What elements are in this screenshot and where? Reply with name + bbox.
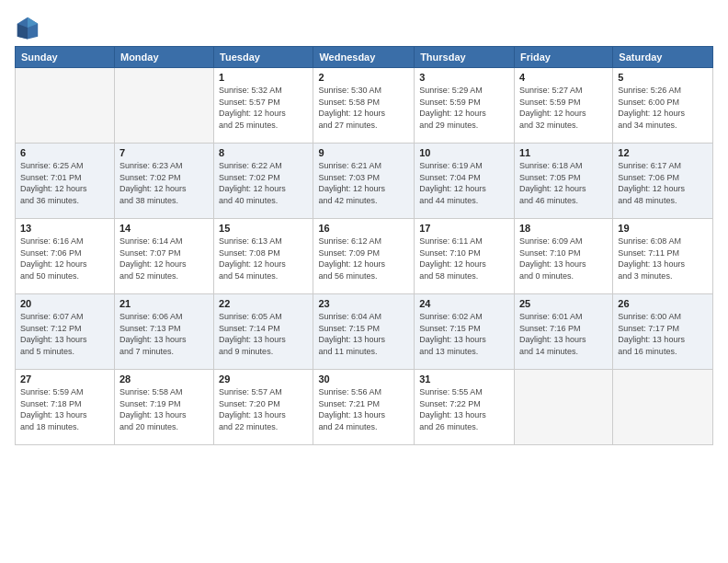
day-number: 10 xyxy=(419,147,509,158)
day-number: 19 xyxy=(618,223,708,234)
day-info: Sunrise: 6:25 AM Sunset: 7:01 PM Dayligh… xyxy=(20,160,109,206)
day-number: 16 xyxy=(318,223,409,234)
day-number: 20 xyxy=(20,298,109,309)
day-info: Sunrise: 6:13 AM Sunset: 7:08 PM Dayligh… xyxy=(219,236,308,282)
calendar-cell: 8Sunrise: 6:22 AM Sunset: 7:02 PM Daylig… xyxy=(214,144,313,219)
day-number: 8 xyxy=(219,147,308,158)
day-info: Sunrise: 6:05 AM Sunset: 7:14 PM Dayligh… xyxy=(219,311,308,357)
week-row-3: 13Sunrise: 6:16 AM Sunset: 7:06 PM Dayli… xyxy=(16,219,713,294)
day-info: Sunrise: 6:00 AM Sunset: 7:17 PM Dayligh… xyxy=(618,311,708,357)
header xyxy=(15,11,713,40)
day-number: 5 xyxy=(618,72,708,83)
day-info: Sunrise: 5:55 AM Sunset: 7:22 PM Dayligh… xyxy=(419,386,509,432)
day-info: Sunrise: 6:01 AM Sunset: 7:16 PM Dayligh… xyxy=(519,311,608,357)
calendar-cell: 26Sunrise: 6:00 AM Sunset: 7:17 PM Dayli… xyxy=(613,294,713,370)
day-number: 25 xyxy=(519,298,608,309)
day-info: Sunrise: 5:32 AM Sunset: 5:57 PM Dayligh… xyxy=(219,85,308,131)
weekday-header-friday: Friday xyxy=(514,47,612,68)
week-row-1: 1Sunrise: 5:32 AM Sunset: 5:57 PM Daylig… xyxy=(16,68,713,144)
calendar-cell: 20Sunrise: 6:07 AM Sunset: 7:12 PM Dayli… xyxy=(16,294,115,370)
calendar-cell: 27Sunrise: 5:59 AM Sunset: 7:18 PM Dayli… xyxy=(16,370,115,445)
calendar-cell: 2Sunrise: 5:30 AM Sunset: 5:58 PM Daylig… xyxy=(313,68,415,144)
day-info: Sunrise: 6:04 AM Sunset: 7:15 PM Dayligh… xyxy=(318,311,409,357)
day-info: Sunrise: 6:16 AM Sunset: 7:06 PM Dayligh… xyxy=(20,236,109,282)
calendar-table: SundayMondayTuesdayWednesdayThursdayFrid… xyxy=(15,46,713,445)
day-number: 23 xyxy=(318,298,409,309)
day-info: Sunrise: 5:29 AM Sunset: 5:59 PM Dayligh… xyxy=(419,85,509,131)
day-info: Sunrise: 6:19 AM Sunset: 7:04 PM Dayligh… xyxy=(419,160,509,206)
day-info: Sunrise: 6:09 AM Sunset: 7:10 PM Dayligh… xyxy=(519,236,608,282)
day-number: 13 xyxy=(20,223,109,234)
calendar-cell: 25Sunrise: 6:01 AM Sunset: 7:16 PM Dayli… xyxy=(514,294,612,370)
day-number: 7 xyxy=(119,147,209,158)
logo xyxy=(15,15,42,40)
day-number: 2 xyxy=(318,72,409,83)
calendar-cell: 19Sunrise: 6:08 AM Sunset: 7:11 PM Dayli… xyxy=(613,219,713,294)
calendar-cell: 15Sunrise: 6:13 AM Sunset: 7:08 PM Dayli… xyxy=(214,219,313,294)
calendar-cell: 5Sunrise: 5:26 AM Sunset: 6:00 PM Daylig… xyxy=(613,68,713,144)
calendar-cell: 24Sunrise: 6:02 AM Sunset: 7:15 PM Dayli… xyxy=(415,294,515,370)
calendar-cell: 29Sunrise: 5:57 AM Sunset: 7:20 PM Dayli… xyxy=(214,370,313,445)
day-number: 9 xyxy=(318,147,409,158)
calendar-cell xyxy=(16,68,115,144)
calendar-cell: 16Sunrise: 6:12 AM Sunset: 7:09 PM Dayli… xyxy=(313,219,415,294)
calendar-cell: 28Sunrise: 5:58 AM Sunset: 7:19 PM Dayli… xyxy=(114,370,213,445)
day-number: 14 xyxy=(119,223,209,234)
day-number: 21 xyxy=(119,298,209,309)
calendar-cell: 23Sunrise: 6:04 AM Sunset: 7:15 PM Dayli… xyxy=(313,294,415,370)
day-number: 12 xyxy=(618,147,708,158)
day-number: 4 xyxy=(519,72,608,83)
calendar-cell: 10Sunrise: 6:19 AM Sunset: 7:04 PM Dayli… xyxy=(415,144,515,219)
week-row-2: 6Sunrise: 6:25 AM Sunset: 7:01 PM Daylig… xyxy=(16,144,713,219)
week-row-4: 20Sunrise: 6:07 AM Sunset: 7:12 PM Dayli… xyxy=(16,294,713,370)
day-number: 27 xyxy=(20,373,109,385)
day-info: Sunrise: 6:06 AM Sunset: 7:13 PM Dayligh… xyxy=(119,311,209,357)
calendar-cell: 4Sunrise: 5:27 AM Sunset: 5:59 PM Daylig… xyxy=(514,68,612,144)
calendar-cell: 31Sunrise: 5:55 AM Sunset: 7:22 PM Dayli… xyxy=(415,370,515,445)
calendar-cell: 1Sunrise: 5:32 AM Sunset: 5:57 PM Daylig… xyxy=(214,68,313,144)
day-info: Sunrise: 5:58 AM Sunset: 7:19 PM Dayligh… xyxy=(119,386,209,432)
day-info: Sunrise: 6:12 AM Sunset: 7:09 PM Dayligh… xyxy=(318,236,409,282)
weekday-header-saturday: Saturday xyxy=(613,47,713,68)
calendar-cell: 11Sunrise: 6:18 AM Sunset: 7:05 PM Dayli… xyxy=(514,144,612,219)
calendar-cell: 3Sunrise: 5:29 AM Sunset: 5:59 PM Daylig… xyxy=(415,68,515,144)
calendar-cell: 17Sunrise: 6:11 AM Sunset: 7:10 PM Dayli… xyxy=(415,219,515,294)
day-number: 11 xyxy=(519,147,608,158)
calendar-cell: 13Sunrise: 6:16 AM Sunset: 7:06 PM Dayli… xyxy=(16,219,115,294)
day-info: Sunrise: 6:07 AM Sunset: 7:12 PM Dayligh… xyxy=(20,311,109,357)
day-info: Sunrise: 6:14 AM Sunset: 7:07 PM Dayligh… xyxy=(119,236,209,282)
day-number: 24 xyxy=(419,298,509,309)
day-number: 31 xyxy=(419,373,509,385)
weekday-header-sunday: Sunday xyxy=(16,47,115,68)
day-number: 18 xyxy=(519,223,608,234)
calendar-cell: 21Sunrise: 6:06 AM Sunset: 7:13 PM Dayli… xyxy=(114,294,213,370)
logo-icon xyxy=(15,15,40,40)
weekday-header-monday: Monday xyxy=(114,47,213,68)
day-info: Sunrise: 5:26 AM Sunset: 6:00 PM Dayligh… xyxy=(618,85,708,131)
day-info: Sunrise: 6:17 AM Sunset: 7:06 PM Dayligh… xyxy=(618,160,708,206)
day-number: 6 xyxy=(20,147,109,158)
day-info: Sunrise: 6:18 AM Sunset: 7:05 PM Dayligh… xyxy=(519,160,608,206)
weekday-header-wednesday: Wednesday xyxy=(313,47,415,68)
calendar-cell: 18Sunrise: 6:09 AM Sunset: 7:10 PM Dayli… xyxy=(514,219,612,294)
day-number: 22 xyxy=(219,298,308,309)
calendar-cell xyxy=(514,370,612,445)
day-number: 1 xyxy=(219,72,308,83)
day-info: Sunrise: 6:08 AM Sunset: 7:11 PM Dayligh… xyxy=(618,236,708,282)
day-number: 3 xyxy=(419,72,509,83)
weekday-header-thursday: Thursday xyxy=(415,47,515,68)
weekday-header-row: SundayMondayTuesdayWednesdayThursdayFrid… xyxy=(16,47,713,68)
day-number: 26 xyxy=(618,298,708,309)
day-info: Sunrise: 5:59 AM Sunset: 7:18 PM Dayligh… xyxy=(20,386,109,432)
calendar-cell: 7Sunrise: 6:23 AM Sunset: 7:02 PM Daylig… xyxy=(114,144,213,219)
weekday-header-tuesday: Tuesday xyxy=(214,47,313,68)
calendar-cell xyxy=(613,370,713,445)
main-container: SundayMondayTuesdayWednesdayThursdayFrid… xyxy=(0,0,728,453)
calendar-cell: 22Sunrise: 6:05 AM Sunset: 7:14 PM Dayli… xyxy=(214,294,313,370)
calendar-cell: 6Sunrise: 6:25 AM Sunset: 7:01 PM Daylig… xyxy=(16,144,115,219)
calendar-cell: 30Sunrise: 5:56 AM Sunset: 7:21 PM Dayli… xyxy=(313,370,415,445)
calendar-cell: 12Sunrise: 6:17 AM Sunset: 7:06 PM Dayli… xyxy=(613,144,713,219)
day-info: Sunrise: 6:22 AM Sunset: 7:02 PM Dayligh… xyxy=(219,160,308,206)
day-number: 15 xyxy=(219,223,308,234)
calendar-cell: 14Sunrise: 6:14 AM Sunset: 7:07 PM Dayli… xyxy=(114,219,213,294)
